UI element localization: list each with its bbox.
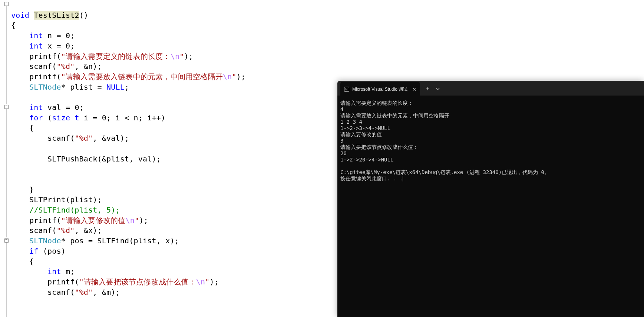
fold-icon[interactable] <box>4 105 9 109</box>
escape: \n <box>171 52 179 61</box>
code-text: ); <box>237 72 245 81</box>
code-text: printf( <box>11 72 61 81</box>
code-text: printf( <box>11 216 61 225</box>
terminal-line: 1->2->20->4->NULL <box>340 157 393 163</box>
type: size_t <box>52 113 79 122</box>
code-text: () <box>79 11 88 20</box>
code-text: * plist = <box>61 83 106 91</box>
code-area[interactable]: void TestSList2() { int n = 0; int x = 0… <box>11 0 245 297</box>
brace: { <box>11 123 34 132</box>
string: "请输入要把该节点修改成什么值： <box>79 277 196 286</box>
fold-guide <box>6 6 7 104</box>
terminal-line: 4 <box>340 106 343 112</box>
tab-dropdown-button[interactable] <box>433 83 442 95</box>
code-text: m; <box>61 267 75 276</box>
fold-icon[interactable] <box>4 2 9 6</box>
keyword: int <box>29 31 43 40</box>
code-text <box>11 267 47 276</box>
type: SLTNode <box>29 83 61 91</box>
code-text: ); <box>210 277 219 286</box>
terminal-cursor <box>403 176 403 181</box>
code-text: , &m); <box>93 288 120 297</box>
code-text: ; <box>125 83 129 91</box>
chevron-down-icon <box>436 87 440 91</box>
code-text <box>11 103 29 112</box>
string: "%d" <box>56 226 75 235</box>
terminal-line: 1 2 3 4 <box>340 119 362 125</box>
string: "请输入要修改的值 <box>61 216 126 225</box>
terminal-output[interactable]: 请输入需要定义的链表的长度： 4 请输入需要放入链表中的元素，中间用空格隔开 1… <box>337 96 644 186</box>
code-text <box>11 247 29 256</box>
code-text <box>11 236 29 245</box>
keyword: for <box>29 113 43 122</box>
terminal-window[interactable]: >_ Microsoft Visual Studio 调试 ✕ ＋ 请输入需要定… <box>337 81 644 317</box>
code-text <box>11 113 29 122</box>
terminal-line: C:\gitee库\My-exe\链表\x64\Debug\链表.exe (进程… <box>340 169 549 175</box>
code-text: x = 0; <box>43 41 75 50</box>
escape: \n <box>196 277 205 286</box>
code-text: * pos = SLTFind(plist, x); <box>61 236 179 245</box>
escape: \n <box>126 216 135 225</box>
code-text <box>11 41 29 50</box>
code-text: (pos) <box>38 247 65 256</box>
terminal-tab[interactable]: >_ Microsoft Visual Studio 调试 ✕ <box>340 82 420 97</box>
keyword: void <box>11 11 34 20</box>
brace: } <box>11 185 34 194</box>
code-text: n = 0; <box>43 31 75 40</box>
code-text: scanf( <box>11 62 56 71</box>
fold-icon[interactable] <box>4 238 9 243</box>
terminal-tab-title: Microsoft Visual Studio 调试 <box>352 86 407 93</box>
escape: \n <box>223 72 232 81</box>
code-text: scanf( <box>11 134 75 143</box>
code-text: ); <box>139 216 148 225</box>
terminal-line: 请输入要把该节点修改成什么值： <box>340 144 418 150</box>
keyword: int <box>29 103 43 112</box>
keyword: NULL <box>106 83 125 91</box>
string: " <box>205 277 209 286</box>
code-text: ( <box>43 113 52 122</box>
code-text: SLTPrint(plist); <box>11 195 102 204</box>
terminal-line: 请输入需要放入链表中的元素，中间用空格隔开 <box>340 113 449 119</box>
brace: { <box>11 21 16 30</box>
comment: //SLTFind(plist, 5); <box>11 206 120 214</box>
terminal-titlebar[interactable]: >_ Microsoft Visual Studio 调试 ✕ ＋ <box>337 81 644 96</box>
terminal-line: 1->2->3->4->NULL <box>340 125 390 131</box>
keyword: int <box>29 41 43 50</box>
keyword: int <box>47 267 61 276</box>
string: "请输入需要定义的链表的长度： <box>61 52 171 61</box>
code-text: , &x); <box>75 226 102 235</box>
new-tab-button[interactable]: ＋ <box>422 83 433 95</box>
fold-guide <box>6 109 7 237</box>
string: "%d" <box>75 134 93 143</box>
string: "%d" <box>75 288 93 297</box>
type: SLTNode <box>29 236 61 245</box>
code-text: scanf( <box>11 288 75 297</box>
string: "请输入需要放入链表中的元素，中间用空格隔开 <box>61 72 223 81</box>
keyword: if <box>29 247 38 256</box>
function-name: TestSList2 <box>34 11 79 20</box>
code-text: , &val); <box>93 134 129 143</box>
brace: { <box>11 257 34 266</box>
code-text: printf( <box>11 277 79 286</box>
code-text: printf( <box>11 52 61 61</box>
code-text: ); <box>184 52 193 61</box>
terminal-line: 请输入需要定义的链表的长度： <box>340 100 413 106</box>
close-icon[interactable]: ✕ <box>412 87 416 91</box>
string: " <box>232 72 237 81</box>
code-text: val = 0; <box>43 103 84 112</box>
code-text: , &n); <box>75 62 102 71</box>
string: "%d" <box>56 62 75 71</box>
code-text <box>11 31 29 40</box>
fold-guide <box>6 243 7 317</box>
gutter <box>0 0 11 317</box>
code-text: i = 0; i < n; i++) <box>79 113 166 122</box>
terminal-line: 按任意键关闭此窗口. . . <box>340 176 403 181</box>
code-text: scanf( <box>11 226 56 235</box>
terminal-app-icon: >_ <box>344 87 349 92</box>
string: " <box>135 216 139 225</box>
terminal-line: 请输入要修改的值 <box>340 131 382 137</box>
terminal-line: 3 <box>340 138 343 144</box>
string: " <box>179 52 184 61</box>
code-text <box>11 83 29 91</box>
code-text: SLTPushBack(&plist, val); <box>11 154 161 163</box>
